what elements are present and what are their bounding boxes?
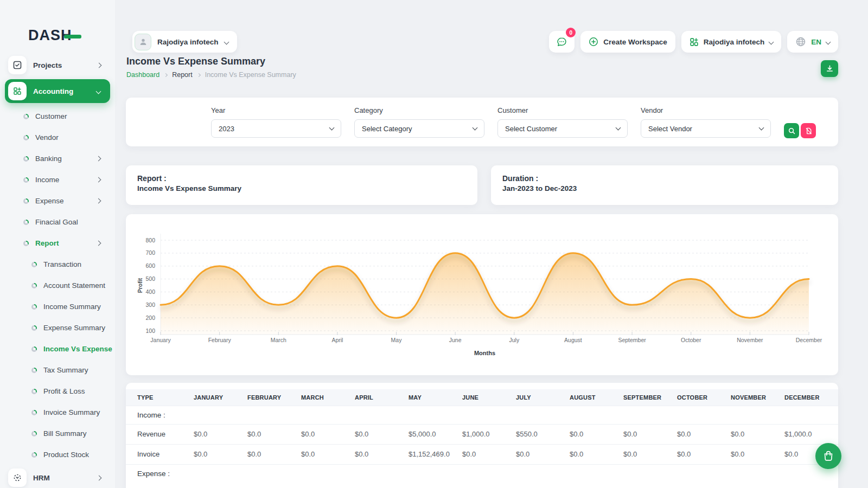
- purchase-fab-button[interactable]: [815, 443, 841, 469]
- bullet-icon: [31, 346, 37, 352]
- sidebar-item-label: Bill Summary: [43, 429, 87, 438]
- category-label: Category: [354, 106, 484, 114]
- table-header-cell: JANUARY: [194, 389, 247, 406]
- download-report-button[interactable]: [821, 60, 838, 77]
- svg-text:800: 800: [145, 237, 155, 243]
- table-header-cell: JULY: [516, 389, 570, 406]
- sidebar-item-transaction[interactable]: Transaction: [0, 254, 115, 275]
- bullet-icon: [31, 283, 37, 288]
- sidebar-item-projects[interactable]: Projects: [0, 54, 115, 76]
- table-cell-value: $1,000.0: [462, 424, 516, 444]
- sidebar-item-label: Income Summary: [43, 303, 101, 311]
- messages-button[interactable]: 0: [549, 31, 575, 53]
- svg-text:400: 400: [145, 288, 155, 295]
- bullet-icon: [23, 220, 29, 225]
- sidebar-item-report[interactable]: Report: [0, 233, 115, 254]
- table-row-label: Revenue: [126, 424, 194, 444]
- topbar: Rajodiya infotech 0 Create Workspace Raj…: [126, 31, 838, 53]
- sidebar-item-income-summary[interactable]: Income Summary: [0, 296, 115, 317]
- sidebar-item-hrm[interactable]: HRM: [0, 466, 115, 488]
- sidebar-item-bill-summary[interactable]: Bill Summary: [0, 423, 115, 444]
- svg-text:700: 700: [145, 249, 155, 256]
- svg-text:200: 200: [145, 314, 155, 321]
- workspace-avatar: [135, 34, 151, 50]
- workspace-grid-icon: [690, 37, 699, 47]
- table-cell-value: $0.0: [247, 444, 301, 464]
- table-cell-value: $0.0: [355, 424, 409, 444]
- workspace-menu-button[interactable]: Rajodiya infotech: [681, 31, 782, 53]
- breadcrumb-separator-icon: [197, 73, 201, 77]
- sidebar: DASH Projects Accounting CustomerVendorB…: [0, 0, 115, 488]
- search-icon: [788, 127, 795, 134]
- sidebar-item-profit-loss[interactable]: Profit & Loss: [0, 381, 115, 402]
- chat-icon: [556, 36, 567, 48]
- table-cell-value: $0.0: [677, 424, 731, 444]
- table-section-label: Income :: [126, 406, 838, 424]
- sidebar-item-customer[interactable]: Customer: [0, 106, 115, 127]
- svg-text:Profit: Profit: [137, 278, 143, 293]
- table-cell-value: $0.0: [677, 444, 731, 464]
- sidebar-item-income-vs-expense[interactable]: Income Vs Expense: [0, 338, 115, 359]
- table-cell-value: $0.0: [570, 424, 623, 444]
- year-select[interactable]: 2023: [211, 119, 341, 138]
- projects-icon: [8, 56, 27, 74]
- sidebar-item-expense-summary[interactable]: Expense Summary: [0, 317, 115, 338]
- table-row: Expense :: [126, 464, 838, 483]
- sidebar-item-income[interactable]: Income: [0, 169, 115, 190]
- globe-icon: [795, 36, 806, 47]
- breadcrumb-report[interactable]: Report: [172, 71, 193, 79]
- table-section-label: Expense :: [126, 464, 838, 483]
- reset-filter-button[interactable]: [801, 123, 816, 138]
- sidebar-item-label: Income Vs Expense: [43, 345, 112, 353]
- bullet-icon: [31, 368, 37, 373]
- table-cell-value: $0.0: [623, 444, 677, 464]
- duration-summary-card: Duration : Jan-2023 to Dec-2023: [491, 165, 838, 205]
- sidebar-item-expense[interactable]: Expense: [0, 190, 115, 211]
- chevron-right-icon: [96, 198, 101, 204]
- table-row: Invoice$0.0$0.0$0.0$0.0$1,152,469.0$0.0$…: [126, 444, 838, 464]
- vendor-select[interactable]: Select Vendor: [641, 119, 771, 138]
- sidebar-item-tax-summary[interactable]: Tax Summary: [0, 359, 115, 381]
- svg-text:July: July: [509, 337, 519, 343]
- bullet-icon: [23, 156, 29, 162]
- apply-filter-button[interactable]: [784, 123, 799, 138]
- svg-text:100: 100: [145, 328, 155, 334]
- sidebar-item-label: HRM: [33, 474, 97, 482]
- table-cell-value: $0.0: [355, 444, 409, 464]
- language-button[interactable]: EN: [787, 31, 838, 53]
- svg-text:June: June: [449, 337, 462, 343]
- sidebar-item-accounting[interactable]: Accounting: [5, 79, 110, 103]
- messages-count-badge: 0: [566, 28, 576, 37]
- accounting-icon: [8, 82, 27, 100]
- breadcrumb-dashboard[interactable]: Dashboard: [126, 71, 159, 79]
- sidebar-item-label: Projects: [33, 61, 97, 69]
- chevron-down-icon: [473, 125, 478, 131]
- chevron-down-icon: [224, 39, 229, 44]
- sidebar-item-label: Finacial Goal: [35, 218, 78, 226]
- workspace-name: Rajodiya infotech: [157, 38, 219, 46]
- bullet-icon: [31, 262, 37, 267]
- svg-text:December: December: [796, 337, 822, 343]
- customer-select[interactable]: Select Customer: [497, 119, 628, 138]
- chevron-down-icon: [616, 125, 621, 131]
- table-cell-value: $0.0: [570, 444, 623, 464]
- chevron-right-icon: [97, 62, 102, 68]
- brand-logo[interactable]: DASH: [28, 27, 115, 44]
- svg-text:April: April: [331, 337, 343, 343]
- table-cell-value: $0.0: [194, 424, 247, 444]
- sidebar-item-banking[interactable]: Banking: [0, 148, 115, 169]
- sidebar-item-account-statement[interactable]: Account Statement: [0, 275, 115, 296]
- svg-text:600: 600: [145, 262, 155, 269]
- workspace-switcher[interactable]: Rajodiya infotech: [132, 31, 237, 53]
- table-header-cell: JUNE: [462, 389, 516, 406]
- sidebar-item-product-stock[interactable]: Product Stock: [0, 444, 115, 465]
- svg-text:300: 300: [145, 301, 155, 308]
- category-select[interactable]: Select Category: [354, 119, 484, 138]
- sidebar-item-vendor[interactable]: Vendor: [0, 127, 115, 148]
- sidebar-item-finacial-goal[interactable]: Finacial Goal: [0, 211, 115, 233]
- breadcrumb-separator-icon: [164, 73, 168, 77]
- sidebar-item-label: Product Stock: [43, 451, 89, 459]
- sidebar-item-invoice-summary[interactable]: Invoice Summary: [0, 402, 115, 423]
- create-workspace-button[interactable]: Create Workspace: [580, 31, 675, 53]
- report-submenu: TransactionAccount StatementIncome Summa…: [0, 254, 115, 465]
